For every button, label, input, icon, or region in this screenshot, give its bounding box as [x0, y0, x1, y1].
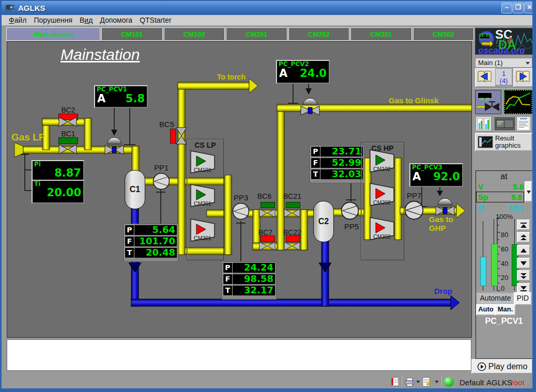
bc6-valve[interactable] — [259, 208, 275, 218]
pp5-pump[interactable] — [341, 201, 359, 220]
vessel-c2[interactable]: C2 — [313, 201, 334, 242]
bc21-label: BC21 — [283, 192, 301, 200]
bc5-valve[interactable] — [176, 127, 187, 145]
tab-cm102[interactable]: CM102 — [164, 27, 225, 41]
pft-display-pp5[interactable]: P23.71 F52.99 T32.03 — [310, 145, 364, 183]
fast-down-button[interactable] — [517, 270, 530, 281]
manual-button[interactable]: Man. — [495, 304, 516, 316]
menu-violations[interactable]: Порушення — [34, 16, 72, 24]
play-demo-button[interactable]: Play demo — [471, 359, 533, 374]
logo-site: oscada.org — [478, 45, 525, 55]
fast-up-button[interactable] — [517, 232, 530, 243]
print-button[interactable] — [404, 378, 415, 387]
pi-display[interactable]: Pi 8.87 — [32, 160, 84, 182]
report-icon — [517, 117, 530, 131]
graph-icon — [505, 91, 531, 113]
tab-cm201[interactable]: CM201 — [226, 27, 287, 41]
menu-qtstarter[interactable]: QTStarter — [140, 16, 171, 24]
pcv2-display[interactable]: PC_PCV2 A24.0 — [276, 60, 330, 84]
sidebar-separator — [475, 87, 533, 88]
pcv2-value: 24.0 — [300, 68, 327, 79]
graphics-view-button[interactable] — [504, 90, 532, 114]
compressor-cm201[interactable]: CM201 — [190, 184, 215, 207]
scroll-top-button[interactable] — [517, 219, 530, 230]
tab-cm101[interactable]: CM101 — [101, 27, 163, 41]
title-bar[interactable]: AGLKS — [2, 1, 532, 15]
next-page-button[interactable] — [513, 68, 534, 87]
compressor-cm102[interactable]: CM102 — [370, 149, 394, 173]
tab-cm301[interactable]: CM301 — [350, 27, 412, 41]
compressor-cm101[interactable]: CM101 — [190, 150, 215, 174]
bc21-valve[interactable] — [284, 208, 300, 218]
bc6-label: BC6 — [257, 192, 271, 200]
panel-icon — [495, 118, 514, 130]
result-graphics-icon — [478, 136, 493, 148]
minimize-button[interactable]: – — [501, 3, 512, 13]
compressor-cm302[interactable]: CM302 — [370, 217, 394, 240]
tab-cm302[interactable]: CM302 — [413, 27, 474, 41]
bc2-valve[interactable] — [58, 117, 77, 127]
pft-display-c1[interactable]: P5.64 F101.70 T20.48 — [124, 224, 178, 262]
result-graphics-button[interactable]: Result graphics — [475, 133, 532, 151]
pcv3-display[interactable]: PC_PCV3 A92.0 — [409, 163, 463, 187]
ti-display[interactable]: Ti 20.00 — [32, 180, 84, 203]
up-button[interactable] — [517, 245, 530, 256]
mnemo-view-button[interactable]: 10.95 — [475, 90, 501, 114]
scale-60: 60 — [501, 245, 508, 253]
view-select[interactable]: Main (1) — [475, 58, 532, 68]
pcv1-control-valve[interactable] — [104, 136, 125, 154]
scale-80: 80 — [501, 231, 508, 239]
bc7-valve[interactable] — [259, 241, 275, 251]
status-field-station: AGLKS — [486, 378, 512, 387]
tab-main-station[interactable]: Main station — [6, 27, 100, 41]
maximize-button[interactable]: ❐ — [513, 3, 524, 13]
tab-bar: Main station CM101 CM102 CM201 CM202 CM3… — [6, 27, 475, 41]
compressor-cm301[interactable]: CM301 — [190, 218, 215, 242]
vessel-c1[interactable]: C1 — [125, 170, 145, 209]
menu-view[interactable]: Вид — [80, 16, 93, 24]
pid-button[interactable]: PID — [514, 292, 532, 305]
message-panel[interactable] — [7, 339, 471, 371]
cadr-view-button[interactable] — [476, 116, 492, 131]
mnemo-icon-valve — [477, 101, 500, 113]
prev-page-button[interactable] — [475, 68, 496, 87]
close-button[interactable]: ✕ — [524, 3, 535, 13]
document-view-button[interactable] — [516, 116, 531, 131]
pcv3-control-valve[interactable] — [435, 197, 455, 215]
pcv1-value: 5.8 — [126, 93, 145, 104]
menu-file[interactable]: Файл — [9, 16, 26, 24]
pp3-pump[interactable] — [232, 202, 250, 220]
svg-text:CM202: CM202 — [373, 199, 391, 206]
pp7-pump[interactable] — [404, 200, 424, 220]
panel-row-sp[interactable]: Sp5.8 — [476, 192, 524, 202]
pft-display-pp3[interactable]: P24.24 F98.58 T32.17 — [222, 261, 277, 300]
mnemo-icon-display: 10.95 — [478, 92, 492, 99]
pcv2-control-valve[interactable] — [300, 97, 320, 115]
auto-button[interactable]: Auto — [476, 304, 496, 316]
export-menu-arrow[interactable] — [435, 381, 439, 383]
automate-button[interactable]: Automate — [476, 292, 515, 305]
page-indicator: 1 (4) — [495, 68, 512, 85]
svg-text:CM301: CM301 — [194, 235, 211, 241]
svg-text:CM102: CM102 — [373, 166, 391, 172]
resize-grip[interactable] — [525, 381, 532, 388]
bc22-valve[interactable] — [284, 241, 300, 251]
pcv1-display[interactable]: PC_PCV1 A5.8 — [94, 85, 148, 108]
doc-button[interactable] — [390, 377, 399, 386]
chevron-down-icon — [526, 62, 530, 65]
setpoint-spin-button[interactable] — [525, 181, 532, 202]
menu-help[interactable]: Допомога — [100, 16, 132, 24]
pp5-label: PP5 — [344, 222, 359, 231]
down-button[interactable] — [517, 258, 530, 269]
pp1-pump[interactable] — [152, 173, 170, 190]
statusbar-separator — [440, 377, 441, 387]
panel-view-button[interactable] — [495, 117, 515, 130]
export-button[interactable] — [422, 377, 431, 387]
compressor-cm202[interactable]: CM202 — [370, 183, 394, 206]
status-user: root — [511, 378, 525, 387]
bc1-valve[interactable] — [58, 144, 77, 154]
oscada-logo: 10.93 SC & DA oscada.org — [475, 28, 533, 55]
output-bar — [480, 257, 486, 286]
tab-cm202[interactable]: CM202 — [288, 27, 350, 41]
print-menu-arrow[interactable] — [416, 381, 420, 383]
